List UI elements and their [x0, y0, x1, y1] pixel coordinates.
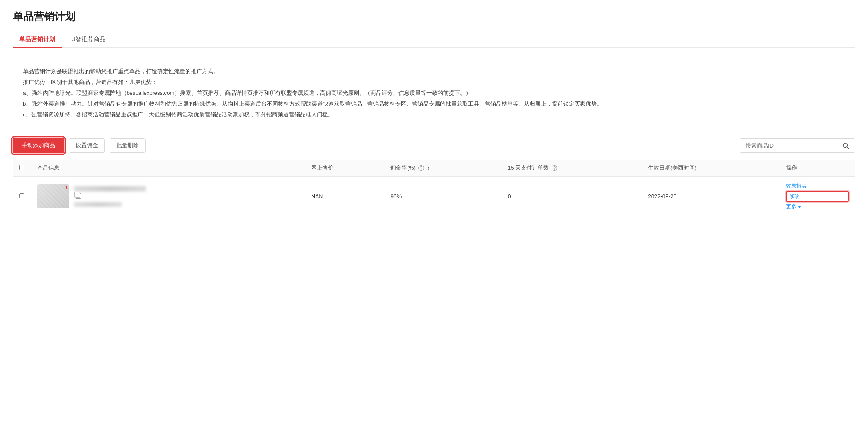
info-line-2: 推广优势：区别于其他商品，营销品有如下几层优势： [23, 77, 845, 88]
tab-u-recommended[interactable]: U智推荐商品 [65, 32, 112, 47]
action-links: 效果报表 修改 更多 [786, 182, 849, 210]
row-select-checkbox[interactable] [19, 193, 24, 198]
commission-help-icon[interactable]: ? [418, 165, 424, 171]
row-actions: 效果报表 修改 更多 [780, 177, 855, 216]
product-image: 1 [37, 184, 69, 208]
search-button[interactable] [836, 139, 855, 152]
row-price: NAN [305, 177, 384, 216]
modify-link[interactable]: 修改 [786, 191, 849, 202]
col-commission: 佣金率(%) ? ↕ [384, 160, 502, 177]
table-header-row: 产品信息 网上售价 佣金率(%) ? ↕ 15 天支付订单数 ? 生效日期(美西… [13, 160, 855, 177]
batch-delete-button[interactable]: 批量删除 [110, 138, 146, 153]
report-link[interactable]: 效果报表 [786, 182, 849, 190]
product-info-wrapper: 1 [37, 184, 298, 208]
tabs-bar: 单品营销计划 U智推荐商品 [13, 32, 855, 48]
row-checkbox [13, 177, 31, 216]
info-line-3: a、强站内阵地曝光。联盟商家专属阵地（best.aliexpress.com）搜… [23, 88, 845, 98]
col-orders: 15 天支付订单数 ? [502, 160, 642, 177]
row-orders: 0 [502, 177, 642, 216]
row-effective-date: 2022-09-20 [642, 177, 780, 216]
col-effective-date: 生效日期(美西时间) [642, 160, 780, 177]
tab-single-product-plan[interactable]: 单品营销计划 [13, 32, 62, 47]
set-commission-button[interactable]: 设置佣金 [69, 138, 105, 153]
orders-help-icon[interactable]: ? [552, 165, 557, 171]
product-table: 产品信息 网上售价 佣金率(%) ? ↕ 15 天支付订单数 ? 生效日期(美西… [13, 160, 855, 216]
col-price: 网上售价 [305, 160, 384, 177]
select-all-checkbox[interactable] [19, 165, 24, 170]
product-badge: 1 [65, 185, 68, 190]
info-line-1: 单品营销计划是联盟推出的帮助您推广重点单品，打造确定性流量的推广方式。 [23, 66, 845, 77]
search-input[interactable] [740, 139, 836, 152]
col-product: 产品信息 [31, 160, 305, 177]
product-id-blur [74, 202, 122, 207]
page-title: 单品营销计划 [13, 10, 855, 24]
row-product-info: 1 [31, 177, 305, 216]
product-text [74, 186, 146, 207]
info-line-5: c、强营销资源加持。各招商活动营销品重点推广，大促级别招商活动优质营销品活动期加… [23, 109, 845, 120]
add-product-button[interactable]: 手动添加商品 [13, 138, 64, 153]
row-commission: 90% [384, 177, 502, 216]
more-link[interactable]: 更多 [786, 203, 849, 210]
col-action: 操作 [780, 160, 855, 177]
product-title-blur [74, 186, 146, 192]
search-wrapper [740, 138, 855, 153]
toolbar: 手动添加商品 设置佣金 批量删除 [13, 138, 855, 153]
svg-line-1 [847, 147, 848, 148]
info-line-4: b、强站外渠道推广动力。针对营销品有专属的推广物料和优先归属的特殊优势。从物料上… [23, 98, 845, 109]
copy-icon[interactable] [76, 193, 81, 199]
col-checkbox [13, 160, 31, 177]
table-row: 1 NAN 90% 0 2022-09-20 效果报表 [13, 177, 855, 216]
search-icon [842, 142, 849, 149]
commission-sort-icon[interactable]: ↕ [427, 165, 430, 171]
page-container: 单品营销计划 单品营销计划 U智推荐商品 单品营销计划是联盟推出的帮助您推广重点… [0, 0, 868, 443]
chevron-down-icon [798, 206, 801, 208]
info-box: 单品营销计划是联盟推出的帮助您推广重点单品，打造确定性流量的推广方式。 推广优势… [13, 58, 855, 128]
